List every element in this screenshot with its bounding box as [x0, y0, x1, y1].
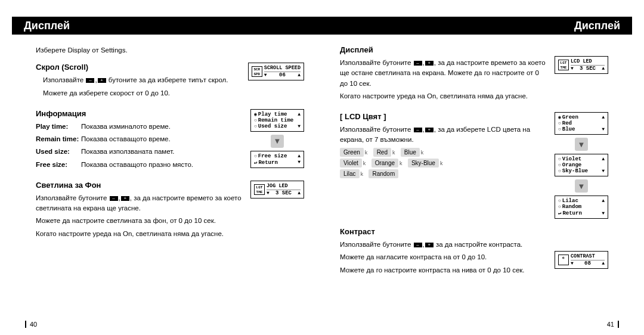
light-time-icon: LGTTME	[558, 60, 569, 70]
down-icon	[602, 168, 605, 174]
down-icon	[602, 126, 605, 132]
circle-icon	[558, 120, 562, 126]
arrow-down-icon: ▼	[575, 179, 588, 193]
info-row: Remain time:Показва оставащото време.	[36, 134, 244, 144]
contrast-label: CONTRAST	[571, 253, 595, 259]
lcd-led-ui-box: LGTTME LCD LED 3 SEC	[555, 56, 608, 74]
down-icon	[602, 210, 605, 216]
down-icon	[571, 260, 574, 266]
radio-icon	[254, 111, 258, 117]
up-icon	[298, 72, 301, 78]
color-chip: Violet	[340, 159, 362, 168]
minus-button-icon	[110, 196, 118, 201]
info-row: Free size:Показва оставащото празно мяст…	[36, 160, 244, 170]
up-icon	[602, 114, 605, 120]
light-time-icon: LGTTME	[254, 184, 265, 195]
scroll-speed-icon: SCRSPD	[252, 66, 262, 77]
up-icon	[602, 66, 605, 72]
minus-button-icon	[86, 78, 94, 83]
scroll-ui-box: SCRSPD SCROLL SPEED 06	[248, 63, 304, 80]
up-icon	[602, 260, 605, 266]
circle-icon	[558, 126, 562, 132]
color-chip: Orange	[371, 159, 398, 168]
page-right: LGTTME LCD LED 3 SEC Дисплей Използвайте…	[328, 45, 620, 286]
color-chip: Green	[340, 148, 364, 157]
minus-button-icon	[414, 61, 422, 66]
plus-button-icon	[425, 128, 434, 132]
backlight-p2: Можете да настроите светлината за фон, о…	[36, 216, 304, 226]
up-icon	[298, 190, 301, 196]
arrow-down-icon: ▼	[575, 138, 588, 151]
minus-button-icon	[414, 128, 422, 132]
contrast-ui-box: ◐ CONTRAST 08	[555, 251, 608, 269]
header-right: Дисплей	[574, 20, 620, 32]
circle-icon	[558, 198, 562, 204]
up-icon	[298, 111, 301, 117]
page-number-right: 41	[607, 321, 619, 328]
up-icon	[602, 156, 605, 162]
down-icon	[298, 159, 301, 165]
lcd-color-ui-box: Violet Orange Sky-Blue	[555, 154, 608, 176]
lcd-led-value: 3 SEC	[580, 66, 596, 72]
down-icon	[264, 72, 267, 78]
lcd-color-ui-box: Lilac Random Return	[555, 196, 608, 219]
page-header: Дисплей Дисплей	[12, 17, 632, 35]
color-chip: Lilac	[340, 169, 360, 178]
color-chip: Random	[369, 169, 398, 178]
info-row: Play time:Показва изминалото време.	[36, 122, 244, 132]
info-ui-box-2: Free size Return	[250, 151, 304, 168]
lcd-color-ui-group: Green Red Blue ▼ Violet Orange Sky-Blue …	[555, 112, 608, 219]
lcd-led-label: LCD LED	[571, 58, 592, 64]
page-number-left: 40	[25, 321, 37, 328]
circle-icon	[254, 123, 258, 129]
plus-button-icon	[425, 243, 434, 247]
backlight-ui-box: LGTTME JOG LED 3 SEC	[250, 181, 304, 198]
contrast-value: 08	[584, 260, 591, 266]
up-icon	[298, 153, 301, 159]
plus-button-icon	[121, 196, 129, 201]
info-row: Used size:Показва използваната памет.	[36, 147, 244, 157]
scroll-line2: Можете да изберете скорост от 0 до 10.	[43, 88, 304, 98]
circle-icon	[558, 168, 562, 174]
contrast-icon: ◐	[558, 255, 569, 265]
page-left: Изберете Display от Settings. SCRSPD SCR…	[24, 45, 316, 286]
circle-icon	[558, 156, 562, 162]
up-icon	[602, 198, 605, 204]
color-chip: Red	[373, 148, 391, 157]
radio-icon	[558, 114, 562, 120]
display-title: Дисплей	[340, 45, 608, 54]
color-chip: Sky-Blue	[408, 159, 439, 168]
lcd-color-ui-box: Green Red Blue	[555, 112, 608, 135]
color-chip: Blue	[401, 148, 420, 157]
backlight-p3: Когато настроите уреда на On, светлината…	[36, 229, 304, 239]
circle-icon	[254, 117, 258, 123]
plus-button-icon	[425, 61, 434, 66]
plus-button-icon	[98, 78, 106, 83]
info-ui-box-1: Play time Remain time Used size	[250, 109, 304, 132]
jog-led-label: JOG LED	[267, 183, 288, 189]
jog-led-value: 3 SEC	[275, 190, 292, 196]
scroll-speed-label: SCROLL SPEED	[264, 65, 301, 71]
down-icon	[298, 123, 301, 129]
minus-button-icon	[414, 243, 422, 247]
down-icon	[571, 66, 574, 72]
circle-icon	[558, 162, 562, 168]
circle-icon	[558, 204, 562, 210]
scroll-speed-value: 06	[279, 72, 286, 78]
contrast-title: Контраст	[340, 227, 608, 236]
info-ui-group: Play time Remain time Used size ▼ Free s…	[250, 109, 304, 168]
intro-text: Изберете Display от Settings.	[36, 45, 304, 55]
contrast-p1: Използвайте бутоните , за да настройте к…	[340, 240, 608, 250]
header-left: Дисплей	[24, 20, 70, 32]
display-p2: Когато настроите уреда на On, светлината…	[340, 91, 608, 101]
arrow-down-icon: ▼	[271, 135, 284, 148]
down-icon	[267, 190, 270, 196]
circle-icon	[254, 153, 258, 159]
